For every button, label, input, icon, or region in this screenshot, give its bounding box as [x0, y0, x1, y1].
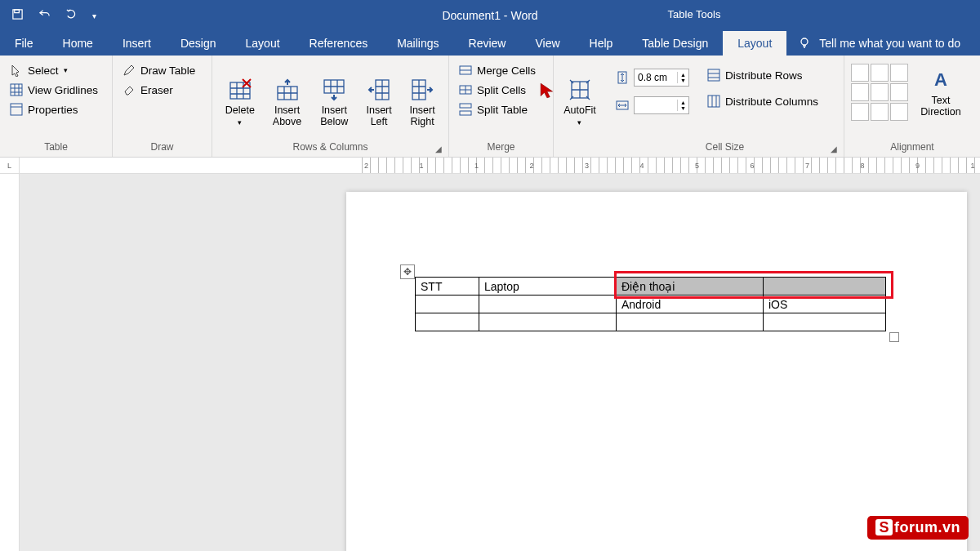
- merge-cells-button[interactable]: Merge Cells: [456, 62, 539, 78]
- align-mr-button[interactable]: [890, 83, 908, 101]
- qat-customize-icon[interactable]: ▾: [92, 11, 96, 20]
- split-cells-icon: [459, 83, 472, 96]
- autofit-button[interactable]: AutoFit▾: [560, 73, 599, 130]
- grid-icon: [10, 83, 23, 96]
- document-page[interactable]: ✥ STT Laptop Điện thoại Android iOS: [346, 192, 967, 551]
- delete-label: Delete: [225, 104, 255, 116]
- spin-up-icon[interactable]: ▲: [678, 100, 688, 105]
- row-height-field[interactable]: ▲▼: [612, 67, 693, 88]
- save-icon[interactable]: [11, 8, 24, 23]
- table-cell[interactable]: Điện thoại: [617, 278, 764, 295]
- insert-left-button[interactable]: Insert Left: [360, 73, 398, 130]
- insert-below-button[interactable]: Insert Below: [313, 73, 355, 130]
- svg-rect-17: [708, 69, 719, 81]
- insert-above-button[interactable]: Insert Above: [266, 73, 309, 130]
- tab-mailings[interactable]: Mailings: [382, 31, 453, 56]
- align-tl-button[interactable]: [851, 64, 869, 82]
- tab-layout[interactable]: Layout: [231, 31, 295, 56]
- table-cell[interactable]: [479, 295, 617, 313]
- text-direction-button[interactable]: A Text Direction: [916, 64, 965, 120]
- document-table[interactable]: STT Laptop Điện thoại Android iOS: [415, 277, 886, 331]
- table-move-handle[interactable]: ✥: [400, 264, 415, 279]
- group-draw: Draw Table Eraser Draw: [113, 56, 212, 157]
- properties-button[interactable]: Properties: [7, 101, 101, 118]
- tab-home[interactable]: Home: [48, 31, 108, 56]
- insert-above-label: Insert Above: [270, 104, 305, 128]
- spin-down-icon[interactable]: ▼: [678, 78, 688, 83]
- group-alignment: A Text Direction Alignment: [844, 56, 980, 157]
- dialog-launcher-icon[interactable]: ◢: [831, 144, 837, 153]
- table-row[interactable]: STT Laptop Điện thoại: [416, 278, 886, 295]
- tab-insert[interactable]: Insert: [108, 31, 166, 56]
- group-label-alignment: Alignment: [851, 139, 973, 157]
- table-row[interactable]: [416, 313, 886, 331]
- tab-references[interactable]: References: [295, 31, 383, 56]
- split-table-button[interactable]: Split Table: [456, 101, 539, 118]
- spin-down-icon[interactable]: ▼: [678, 105, 688, 111]
- eraser-icon: [122, 83, 136, 96]
- tab-help[interactable]: Help: [575, 31, 628, 56]
- table-cell[interactable]: [764, 278, 886, 295]
- svg-rect-1: [15, 10, 20, 13]
- distribute-columns-button[interactable]: Distribute Columns: [704, 93, 822, 109]
- delete-button[interactable]: Delete▾: [219, 73, 261, 130]
- align-br-button[interactable]: [890, 103, 908, 121]
- tab-table-layout[interactable]: Layout: [723, 31, 786, 56]
- group-label-merge: Merge: [456, 139, 546, 157]
- pencil-icon: [122, 64, 136, 77]
- table-cell[interactable]: [617, 313, 764, 331]
- table-row[interactable]: Android iOS: [416, 295, 886, 313]
- dialog-launcher-icon[interactable]: ◢: [435, 144, 442, 153]
- table-resize-handle[interactable]: [889, 332, 899, 342]
- ribbon: Select ▾ View Gridlines Properties Table: [0, 56, 980, 158]
- tab-file[interactable]: File: [0, 31, 48, 56]
- group-label-cellsize: Cell Size◢: [612, 139, 837, 157]
- align-tc-button[interactable]: [871, 64, 889, 82]
- height-icon: [616, 71, 629, 84]
- table-cell[interactable]: [416, 295, 479, 313]
- split-cells-button[interactable]: Split Cells: [456, 82, 539, 98]
- insert-right-label: Insert Right: [406, 104, 439, 128]
- vertical-ruler[interactable]: [0, 174, 20, 551]
- tab-design[interactable]: Design: [166, 31, 231, 56]
- undo-icon[interactable]: [38, 8, 51, 23]
- svg-rect-5: [230, 82, 250, 99]
- table-cell[interactable]: [416, 313, 479, 331]
- page-area[interactable]: ✥ STT Laptop Điện thoại Android iOS: [20, 174, 980, 551]
- height-input[interactable]: [635, 72, 677, 83]
- group-merge: Merge Cells Split Cells Split Table Merg…: [449, 56, 554, 157]
- table-cell[interactable]: [764, 313, 886, 331]
- table-cell[interactable]: Laptop: [479, 278, 617, 295]
- tab-view[interactable]: View: [520, 31, 574, 56]
- width-icon: [616, 99, 629, 112]
- table-cell[interactable]: iOS: [764, 295, 886, 313]
- draw-table-button[interactable]: Draw Table: [119, 62, 198, 78]
- spin-up-icon[interactable]: ▲: [678, 72, 688, 78]
- chevron-down-icon: ▾: [577, 118, 581, 127]
- redo-icon[interactable]: [65, 8, 78, 23]
- table-cell[interactable]: Android: [617, 295, 764, 313]
- tab-review[interactable]: Review: [454, 31, 521, 56]
- select-button[interactable]: Select ▾: [7, 62, 101, 78]
- align-bl-button[interactable]: [851, 103, 869, 121]
- distribute-rows-button[interactable]: Distribute Rows: [704, 67, 822, 83]
- table-cell[interactable]: STT: [416, 278, 479, 295]
- view-gridlines-button[interactable]: View Gridlines: [7, 82, 101, 98]
- insert-right-button[interactable]: Insert Right: [403, 73, 442, 130]
- align-tr-button[interactable]: [890, 64, 908, 82]
- col-width-field[interactable]: ▲▼: [612, 95, 693, 116]
- insert-left-icon: [368, 78, 390, 101]
- svg-rect-18: [708, 96, 719, 107]
- table-cell[interactable]: [479, 313, 617, 331]
- align-ml-button[interactable]: [851, 83, 869, 101]
- align-bc-button[interactable]: [871, 103, 889, 121]
- group-table: Select ▾ View Gridlines Properties Table: [0, 56, 113, 157]
- text-direction-label: Text Direction: [920, 95, 962, 118]
- eraser-button[interactable]: Eraser: [119, 82, 198, 98]
- align-mc-button[interactable]: [871, 83, 889, 101]
- width-input[interactable]: [635, 100, 677, 111]
- horizontal-ruler[interactable]: 2 1 1 2 3 4 5 6 7 8 9 10 11 12 13 14 15 …: [20, 158, 980, 174]
- tab-table-design[interactable]: Table Design: [627, 31, 723, 56]
- insert-above-icon: [276, 78, 299, 101]
- tell-me-search[interactable]: Tell me what you want to do: [786, 31, 960, 56]
